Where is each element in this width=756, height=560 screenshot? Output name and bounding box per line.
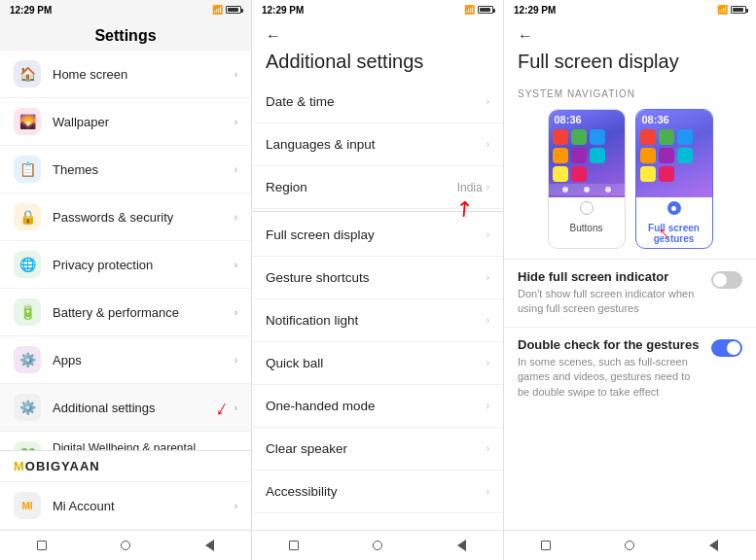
nav-square-icon-p2 [289,541,299,550]
time-p2: 12:29 PM [262,5,304,16]
sidebar-item-digital[interactable]: 💚 Digital Wellbeing & parental controls … [0,432,251,450]
app-dot-2-7 [640,166,656,182]
nav-back-btn-p3[interactable] [707,539,721,552]
phone2-option-label: Full screen gestures [636,223,712,248]
menu-item-accessibility[interactable]: Accessibility › [252,471,503,513]
app-dot-1-4 [553,148,568,163]
nav-back-icon-p2 [457,540,466,551]
chevron-accessibility: › [486,486,489,497]
menu-item-datetime[interactable]: Date & time › [252,81,503,123]
battery-label: Battery & performance [53,305,234,320]
radio-on-2[interactable] [667,201,681,215]
chevron-icon-battery: › [234,307,237,318]
nav-back-icon-p3 [709,540,718,551]
nav-dot-1-1 [562,187,568,192]
divider-p3-2 [504,327,756,328]
sidebar-item-wallpaper[interactable]: 🌄 Wallpaper › [0,98,251,146]
phone-time-1: 08:36 [549,110,625,127]
nav-circle-icon-p3 [625,541,634,550]
chevron-icon-digital: › [234,450,237,451]
back-button-p2[interactable]: ← [266,27,281,45]
phone-bottom-2 [636,184,712,197]
chevron-datetime: › [486,96,489,107]
nav-circle-btn-p3[interactable] [623,539,636,552]
app-dot-1-5 [571,148,587,163]
nav-dot-1-2 [584,187,590,192]
double-setting-text: Double check for the gestures In some sc… [518,337,702,400]
hide-indicator-toggle[interactable] [711,271,742,289]
phone-preview-gestures[interactable]: 08:36 Full screen gestures [635,109,713,249]
apps-icon: ⚙️ [14,346,41,373]
app-dot-1-1 [553,129,568,145]
gesture-label: Gesture shortcuts [266,270,370,285]
chevron-icon-apps: › [234,355,237,366]
menu-item-language[interactable]: Languages & input › [252,123,503,166]
sidebar-item-themes[interactable]: 📋 Themes › [0,146,251,193]
menu-item-gesture[interactable]: Gesture shortcuts › [252,257,503,299]
radio-off-1[interactable] [580,201,594,215]
sidebar-item-apps[interactable]: ⚙️ Apps › [0,336,251,384]
nav-square-btn-p3[interactable] [539,539,553,552]
fullscreen-display-panel: 12:29 PM 📶 ← Full screen display SYSTEM … [504,0,756,560]
double-check-toggle[interactable] [711,339,742,357]
system-nav-label: SYSTEM NAVIGATION [504,83,756,103]
nav-circle-icon-p2 [373,541,382,550]
double-check-desc: In some scenes, such as full-screen game… [518,355,702,400]
sidebar-item-mi-account[interactable]: MI Mi Account › [0,481,251,530]
nav-square-btn[interactable] [35,539,49,552]
sidebar-item-battery[interactable]: 🔋 Battery & performance › [0,289,251,336]
phone-bottom-1 [549,184,625,195]
chevron-gesture: › [486,272,489,283]
double-setting-inner: Double check for the gestures In some sc… [518,337,742,400]
nav-back-btn-p2[interactable] [454,539,468,552]
language-right: › [486,139,489,150]
chevron-icon-privacy: › [234,260,237,270]
sidebar-item-privacy[interactable]: 🌐 Privacy protection › [0,241,251,289]
app-dot-1-6 [590,148,605,163]
wallpaper-icon: 🌄 [14,108,41,135]
option-row-2 [636,197,712,223]
additional-icon: ⚙️ [14,394,41,421]
nav-dot-1-3 [605,187,611,192]
hide-setting-inner: Hide full screen indicator Don't show fu… [518,269,742,317]
themes-label: Themes [53,162,234,177]
sidebar-item-passwords[interactable]: 🔒 Passwords & security › [0,193,251,241]
menu-item-fullscreen[interactable]: Full screen display › ↙ [252,214,503,257]
signal-icon: 📶 [212,5,223,15]
digital-label: Digital Wellbeing & parental controls [53,441,234,450]
menu-item-clearspeaker[interactable]: Clear speaker › [252,428,503,471]
status-icons-p1: 📶 [212,5,241,15]
privacy-icon: 🌐 [14,251,41,278]
settings-list: 🏠 Home screen › 🌄 Wallpaper › 📋 Themes ›… [0,51,251,450]
nav-square-icon [37,541,47,550]
sidebar-item-home-screen[interactable]: 🏠 Home screen › [0,51,251,98]
nav-bar-p2 [252,530,503,560]
nav-circle-btn[interactable] [119,539,132,552]
menu-item-quickball[interactable]: Quick ball › [252,342,503,385]
nav-square-btn-p2[interactable] [287,539,301,552]
time-p3: 12:29 PM [514,5,556,16]
phone-preview-buttons[interactable]: 08:36 B [548,109,626,249]
hide-indicator-title: Hide full screen indicator [518,269,702,284]
setting-row-hide: Hide full screen indicator Don't show fu… [504,262,756,325]
quickball-label: Quick ball [266,356,323,370]
battery-icon-p2 [478,6,493,14]
app-dot-2-6 [677,148,693,163]
sidebar-item-additional[interactable]: ⚙️ Additional settings › ↓ [0,384,251,432]
wallpaper-label: Wallpaper [53,115,234,129]
menu-item-onehanded[interactable]: One-handed mode › [252,385,503,428]
nav-back-icon [205,540,214,551]
phone-time-2: 08:36 [636,110,712,127]
clearspeaker-label: Clear speaker [266,441,347,456]
nav-circle-btn-p2[interactable] [371,539,384,552]
passwords-label: Passwords & security [53,210,234,225]
chevron-notification: › [486,315,489,326]
logo-rest: OBIGYAAN [25,459,100,473]
back-button-p3[interactable]: ← [518,27,533,45]
menu-item-notification[interactable]: Notification light › [252,299,503,342]
themes-icon: 📋 [14,156,41,183]
nav-back-btn[interactable] [202,539,216,552]
nav-circle-icon [121,541,130,550]
signal-icon-p2: 📶 [464,5,475,15]
digital-icon: 💚 [14,441,41,450]
